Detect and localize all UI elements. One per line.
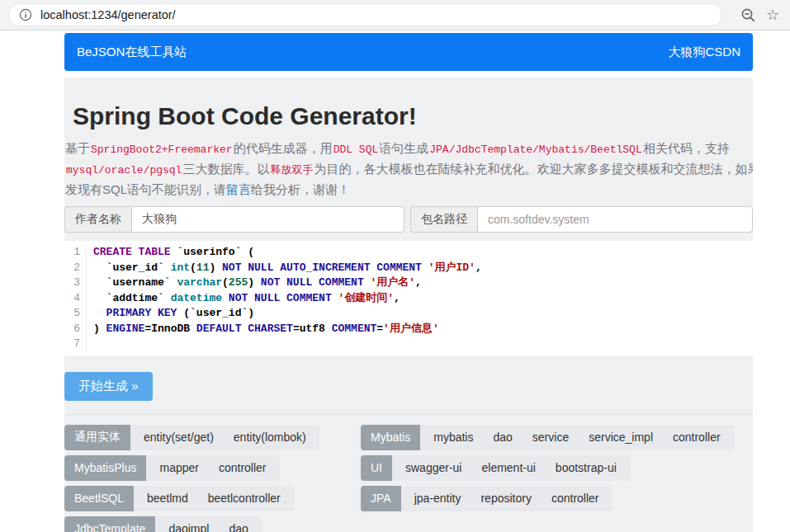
template-link[interactable]: mapper	[159, 461, 198, 474]
code-text: ) ENGINE=InnoDB DEFAULT CHARSET=utf8 COM…	[87, 322, 439, 337]
template-link[interactable]: beetlcontroller	[208, 492, 281, 505]
template-link[interactable]: jpa-entity	[414, 492, 461, 505]
inline-code: JPA/JdbcTemplate/Mybatis/BeetlSQL	[428, 144, 642, 156]
author-label: 作者名称	[64, 206, 131, 233]
code-line: 2 `user_id` int(11) NOT NULL AUTO_INCREM…	[64, 261, 753, 276]
sql-token: CREATE TABLE	[93, 246, 171, 258]
sql-token: 11	[196, 261, 210, 274]
tag-group-label: JdbcTemplate	[64, 516, 155, 532]
description-line: 发现有SQL语句不能识别，请留言给我分析，谢谢！	[65, 180, 753, 199]
template-link[interactable]: dao	[229, 522, 248, 532]
tag-items: mappercontroller	[146, 455, 279, 481]
url-text[interactable]: localhost:1234/generator/	[40, 8, 176, 21]
code-line: 5 PRIMARY KEY (`user_id`)	[64, 306, 753, 322]
template-link[interactable]: controller	[551, 492, 599, 505]
sql-token: '用户信息'	[383, 322, 439, 335]
description-text: 三大数据库。以	[182, 162, 269, 176]
sql-token: )	[209, 261, 222, 274]
sql-token	[364, 276, 371, 289]
template-link[interactable]: element-ui	[481, 461, 535, 474]
generate-button[interactable]: 开始生成 »	[64, 372, 153, 401]
description-text: 相关代码，支持	[643, 141, 730, 155]
sql-token: NOT NULL COMMENT	[229, 292, 332, 304]
code-text: `username` varchar(255) NOT NULL COMMENT…	[87, 275, 422, 291]
zoom-icon[interactable]	[739, 6, 757, 24]
tag-items: swagger-uielement-uibootstrap-ui	[392, 455, 630, 481]
tag-group-label: UI	[361, 455, 392, 481]
info-icon[interactable]	[19, 8, 32, 21]
browser-toolbar: localhost:1234/generator/ ☆	[0, 0, 790, 31]
sql-token: 255	[229, 276, 248, 289]
site-navbar: BeJSON在线工具站 大狼狗CSDN	[64, 33, 753, 71]
tag-group-row: JdbcTemplatedaoimpldao	[64, 516, 262, 532]
page-title: Spring Boot Code Generator!	[64, 102, 753, 130]
description-line: mysql/oracle/pgsql三大数据库。以释放双手为目的，各大模板也在陆…	[65, 159, 753, 180]
sql-token: ,	[475, 261, 482, 274]
inline-code: mysql/oracle/pgsql	[65, 164, 182, 177]
tags-column-right: Mybatismybatisdaoserviceservice_implcont…	[361, 425, 753, 532]
address-bar[interactable]: localhost:1234/generator/	[8, 3, 722, 26]
sql-token	[93, 307, 106, 319]
template-link[interactable]: bootstrap-ui	[556, 461, 617, 474]
description-line: 基于SpringBoot2+Freemarker的代码生成器，用DDL SQL语…	[65, 139, 753, 159]
sql-token: =utf8	[293, 322, 332, 335]
tag-group-row: BeetlSQLbeetlmdbeetlcontroller	[64, 486, 294, 511]
template-link[interactable]: mybatis	[433, 431, 473, 444]
template-link[interactable]: entity(set/get)	[144, 431, 214, 444]
sql-token: `user_id`	[93, 261, 171, 274]
sql-token: ,	[394, 292, 400, 304]
template-link[interactable]: swagger-ui	[405, 461, 461, 474]
sql-token: NOT NULL COMMENT	[261, 276, 364, 289]
tag-group-label: Mybatis	[361, 425, 420, 450]
sql-token	[222, 292, 229, 304]
template-link[interactable]: controller	[673, 431, 721, 444]
code-text: `user_id` int(11) NOT NULL AUTO_INCREMEN…	[87, 261, 482, 276]
sql-token: PRIMARY KEY	[106, 307, 177, 319]
tag-group-row: Mybatismybatisdaoserviceservice_implcont…	[361, 425, 734, 450]
template-link[interactable]: controller	[219, 461, 267, 474]
message-link[interactable]: 留言	[226, 182, 251, 196]
jumbotron: Spring Boot Code Generator! 基于SpringBoot…	[64, 78, 753, 532]
line-number: 7	[64, 337, 87, 352]
tag-items: jpa-entityrepositorycontroller	[401, 486, 613, 511]
sql-editor[interactable]: 1CREATE TABLE `userinfo` (2 `user_id` in…	[64, 241, 753, 355]
navbar-csdn-link[interactable]: 大狼狗CSDN	[668, 45, 740, 60]
inline-code: 释放双手	[269, 164, 314, 177]
sql-token: (	[222, 276, 229, 289]
template-link[interactable]: beetlmd	[147, 492, 188, 505]
sql-token	[332, 292, 338, 304]
tag-group-row: JPAjpa-entityrepositorycontroller	[361, 486, 613, 511]
template-link[interactable]: daoimpl	[168, 522, 209, 532]
tag-group-row: MybatisPlusmappercontroller	[64, 455, 280, 481]
sql-token: varchar	[177, 276, 222, 289]
tag-group-label: BeetlSQL	[64, 486, 134, 511]
code-line: 7	[64, 337, 753, 352]
template-link[interactable]: repository	[480, 492, 531, 505]
tag-items: beetlmdbeetlcontroller	[134, 486, 294, 511]
sql-token: '用户ID'	[428, 261, 475, 274]
star-icon[interactable]: ☆	[764, 6, 782, 24]
description-text: 为目的，各大模板也在陆续补充和优化。欢迎大家多多提交模板和交流想法，如果	[314, 162, 753, 176]
sql-token: =	[376, 322, 383, 335]
code-text	[87, 337, 93, 352]
tag-group-label: JPA	[361, 486, 401, 511]
form-row: 作者名称 包名路径	[64, 206, 753, 233]
tag-group-row: UIswagger-uielement-uibootstrap-ui	[361, 455, 630, 481]
description-text: 语句生成	[379, 141, 428, 155]
package-input[interactable]	[477, 206, 753, 233]
line-number: 4	[64, 291, 87, 307]
author-input[interactable]	[131, 206, 404, 233]
sql-token: '用户名'	[371, 276, 416, 289]
navbar-brand[interactable]: BeJSON在线工具站	[77, 45, 187, 60]
template-link[interactable]: service_impl	[589, 431, 653, 444]
sql-token: int	[171, 261, 190, 274]
tag-group-row: 通用实体entity(set/get)entity(lombok)	[64, 425, 319, 450]
tag-items: mybatisdaoserviceservice_implcontroller	[420, 425, 733, 450]
template-link[interactable]: entity(lombok)	[234, 431, 306, 444]
line-number: 5	[64, 306, 87, 322]
author-input-group: 作者名称	[64, 206, 404, 233]
template-link[interactable]: service	[532, 431, 569, 444]
divider	[64, 414, 753, 415]
sql-token: COMMENT	[332, 322, 377, 335]
template-link[interactable]: dao	[493, 431, 512, 444]
